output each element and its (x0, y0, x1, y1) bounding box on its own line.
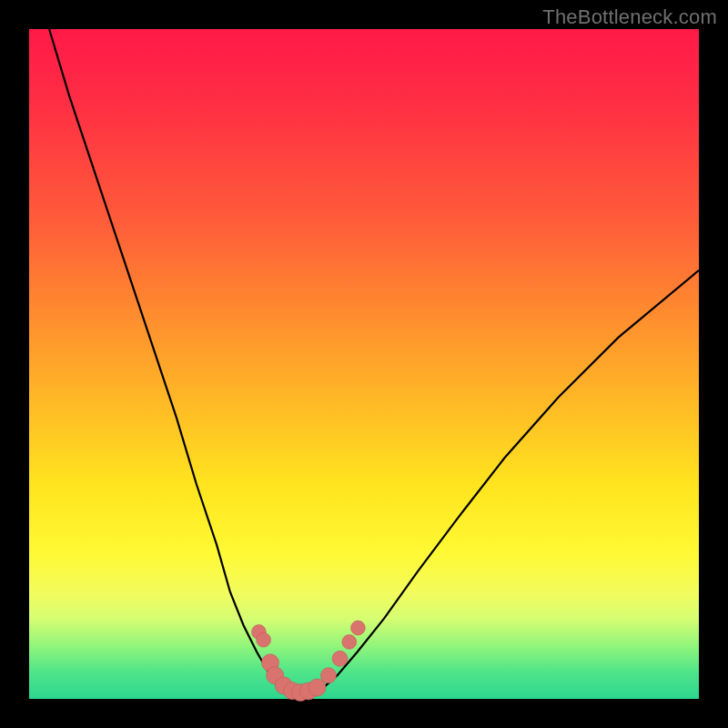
marker-group (252, 621, 366, 701)
watermark-text: TheBottleneck.com (542, 5, 717, 29)
curve-marker (308, 679, 326, 696)
chart-svg (29, 29, 699, 699)
curve-marker (257, 632, 271, 647)
curve-marker (321, 668, 337, 683)
curve-marker (342, 635, 357, 650)
chart-frame: TheBottleneck.com (0, 0, 728, 728)
curve-marker (332, 651, 348, 666)
bottleneck-curve (49, 29, 699, 693)
curve-marker (351, 621, 366, 635)
